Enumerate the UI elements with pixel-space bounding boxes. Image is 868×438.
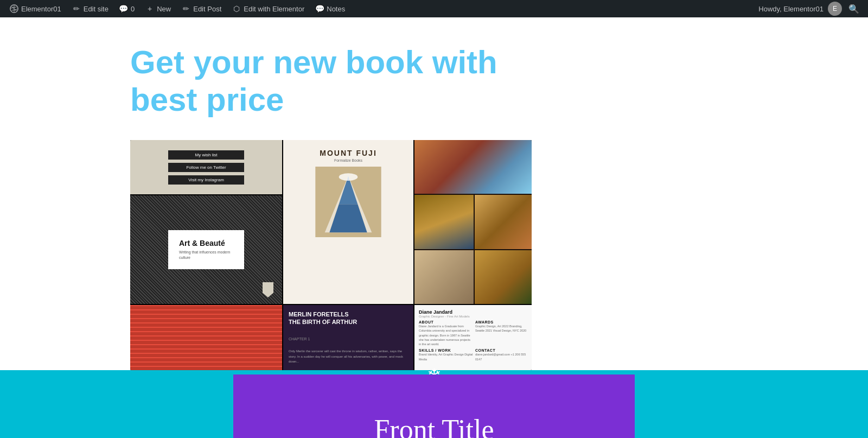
photo-2 bbox=[414, 195, 474, 249]
diane-subtitle: Graphic Designer - Fine Art Models bbox=[419, 315, 529, 318]
bottom-section: ❄ Front Title This is front side content… bbox=[0, 370, 868, 438]
diane-skills-col: SKILLS / WORK Brand Identity, Art Graphi… bbox=[419, 348, 473, 361]
book-collage: My wish list Follow me on Twitter Visit … bbox=[130, 140, 532, 370]
fuji-illustration bbox=[310, 167, 386, 237]
cell-red-stripe bbox=[130, 305, 282, 370]
fuji-subtitle: Formalize Books bbox=[334, 158, 362, 162]
fuji-title: MOUNT FUJI bbox=[320, 149, 377, 157]
art-beaute-subtitle: Writing that influences modern culture bbox=[179, 250, 233, 261]
edit-site-item[interactable]: ✏ Edit site bbox=[67, 0, 114, 17]
edit-with-elementor-label: Edit with Elementor bbox=[244, 5, 304, 13]
page-container: Get your new book with best price My wis… bbox=[108, 43, 760, 370]
photo-large bbox=[414, 140, 532, 194]
main-content: Get your new book with best price My wis… bbox=[0, 17, 868, 438]
wordpress-icon bbox=[10, 4, 18, 13]
howdy-text: Howdy, Elementor01 bbox=[758, 5, 824, 13]
twitter-btn[interactable]: Follow me on Twitter bbox=[168, 163, 244, 172]
photo-3 bbox=[475, 195, 532, 249]
art-card-corner bbox=[263, 282, 273, 297]
admin-bar: Elementor01 ✏ Edit site 💬 0 + New ✏ Edit… bbox=[0, 0, 868, 17]
comments-icon: 💬 bbox=[119, 4, 128, 13]
merlin-chapter: CHAPTER 1 bbox=[289, 337, 408, 341]
comments-count: 0 bbox=[131, 5, 135, 13]
flip-card-wrapper: ❄ Front Title This is front side content… bbox=[233, 374, 635, 438]
new-item[interactable]: + New bbox=[140, 0, 176, 17]
merlin-body-text: Only Merlin the sorcerer will cast the t… bbox=[289, 349, 408, 365]
hero-heading: Get your new book with best price bbox=[130, 43, 497, 118]
edit-post-item[interactable]: ✏ Edit Post bbox=[176, 0, 227, 17]
search-button[interactable]: 🔍 bbox=[844, 2, 864, 16]
cell-mount-fuji: MOUNT FUJI Formalize Books bbox=[283, 140, 413, 304]
cell-photo-grid bbox=[414, 140, 532, 304]
plus-icon: + bbox=[145, 4, 154, 13]
art-beaute-card: Art & Beauté Writing that influences mod… bbox=[168, 230, 244, 269]
instagram-btn[interactable]: Visit my Instagram bbox=[168, 175, 244, 185]
cell-diane: Diane Jandard Graphic Designer - Fine Ar… bbox=[414, 305, 532, 370]
diane-about-col: ABOUT Diane Jandard is a Graduate from C… bbox=[419, 320, 473, 346]
admin-bar-right: Howdy, Elementor01 E 🔍 bbox=[758, 2, 864, 16]
diane-awards-col: AWARDS Graphic Design, Art 2022 Branding… bbox=[475, 320, 529, 346]
art-beaute-title: Art & Beauté bbox=[179, 239, 233, 247]
elementor-icon: ⬡ bbox=[232, 4, 241, 13]
edit-with-elementor-item[interactable]: ⬡ Edit with Elementor bbox=[227, 0, 310, 17]
comments-item[interactable]: 💬 0 bbox=[114, 0, 140, 17]
notes-icon: 💬 bbox=[315, 4, 324, 13]
notes-item[interactable]: 💬 Notes bbox=[310, 0, 350, 17]
hero-heading-line2: best price bbox=[130, 81, 284, 118]
front-title: Front Title bbox=[374, 414, 494, 439]
edit-site-label: Edit site bbox=[84, 5, 108, 13]
notes-label: Notes bbox=[327, 5, 345, 13]
avatar[interactable]: E bbox=[828, 2, 842, 16]
diane-name: Diane Jandard bbox=[419, 309, 529, 315]
wp-logo-item[interactable]: Elementor01 bbox=[4, 0, 67, 17]
edit-site-icon: ✏ bbox=[72, 4, 81, 13]
merlin-title: MERLIN FORETELLS THE BIRTH OF ARTHUR bbox=[289, 310, 408, 326]
cell-art-beaute: Art & Beauté Writing that influences mod… bbox=[130, 195, 282, 304]
cell-merlin: MERLIN FORETELLS THE BIRTH OF ARTHUR CHA… bbox=[283, 305, 413, 370]
new-label: New bbox=[157, 5, 171, 13]
flip-card: Front Title This is front side content. bbox=[233, 374, 635, 438]
photo-4 bbox=[414, 250, 474, 304]
wp-site-label: Elementor01 bbox=[21, 5, 61, 13]
wishlist-btn[interactable]: My wish list bbox=[168, 150, 244, 160]
hero-heading-line1: Get your new book with bbox=[130, 44, 497, 80]
svg-point-5 bbox=[339, 173, 358, 181]
edit-post-label: Edit Post bbox=[193, 5, 221, 13]
edit-post-icon: ✏ bbox=[182, 4, 190, 13]
cell-wishlist: My wish list Follow me on Twitter Visit … bbox=[130, 140, 282, 194]
photo-5 bbox=[475, 250, 532, 304]
admin-bar-left: Elementor01 ✏ Edit site 💬 0 + New ✏ Edit… bbox=[4, 0, 350, 17]
diane-contact-col: CONTACT diane.jandard@gmail.com +1 206 5… bbox=[475, 348, 529, 361]
